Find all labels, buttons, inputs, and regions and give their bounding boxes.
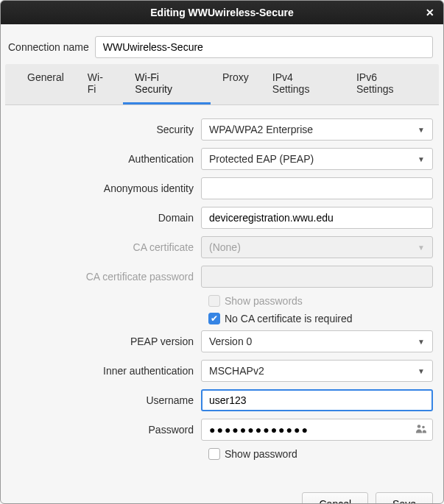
connection-name-input[interactable]	[95, 36, 433, 58]
authentication-label: Authentication	[11, 153, 201, 165]
inner-auth-value: MSCHAPv2	[209, 365, 264, 377]
no-ca-required-row: ✔ No CA certificate is required	[11, 313, 433, 324]
window: Editing WWUwireless-Secure ✕ Connection …	[0, 0, 444, 504]
domain-label: Domain	[11, 212, 201, 224]
close-icon[interactable]: ✕	[426, 7, 434, 18]
tab-wifi-security[interactable]: Wi-Fi Security	[123, 64, 211, 104]
ca-cert-password-input	[201, 266, 433, 288]
form: Security WPA/WPA2 Enterprise ▼ Authentic…	[1, 105, 443, 472]
security-label: Security	[11, 124, 201, 135]
show-password-label: Show password	[225, 448, 297, 460]
tab-proxy[interactable]: Proxy	[211, 64, 261, 104]
svg-point-0	[417, 425, 421, 428]
users-icon[interactable]	[415, 423, 427, 437]
tab-wifi[interactable]: Wi-Fi	[76, 64, 124, 104]
security-select[interactable]: WPA/WPA2 Enterprise ▼	[201, 118, 433, 141]
window-title: Editing WWUwireless-Secure	[150, 7, 293, 18]
button-bar: Cancel Save	[1, 482, 443, 504]
password-input[interactable]	[201, 419, 433, 441]
inner-auth-label: Inner authentication	[11, 365, 201, 377]
ca-cert-value: (None)	[209, 241, 241, 253]
peap-version-label: PEAP version	[11, 336, 201, 347]
anonymous-identity-input[interactable]	[201, 177, 433, 199]
tabbar: General Wi-Fi Wi-Fi Security Proxy IPv4 …	[5, 64, 439, 105]
authentication-select[interactable]: Protected EAP (PEAP) ▼	[201, 148, 433, 170]
titlebar: Editing WWUwireless-Secure ✕	[1, 1, 443, 24]
show-passwords-label: Show passwords	[225, 295, 303, 307]
chevron-down-icon: ▼	[417, 155, 425, 163]
connection-name-label: Connection name	[8, 41, 89, 53]
ca-cert-select: (None) ▼	[201, 236, 433, 258]
tab-ipv4[interactable]: IPv4 Settings	[261, 64, 345, 104]
username-input[interactable]	[201, 389, 433, 411]
inner-auth-select[interactable]: MSCHAPv2 ▼	[201, 360, 433, 382]
tab-general[interactable]: General	[15, 64, 76, 104]
chevron-down-icon: ▼	[417, 126, 425, 134]
cancel-button[interactable]: Cancel	[302, 492, 368, 504]
username-label: Username	[11, 394, 201, 406]
no-ca-required-label: No CA certificate is required	[225, 313, 353, 324]
chevron-down-icon: ▼	[417, 367, 425, 375]
ca-cert-password-label: CA certificate password	[11, 271, 201, 283]
svg-point-1	[422, 426, 425, 429]
security-value: WPA/WPA2 Enterprise	[209, 124, 313, 135]
peap-version-select[interactable]: Version 0 ▼	[201, 330, 433, 352]
domain-input[interactable]	[201, 207, 433, 229]
show-passwords-checkbox	[208, 295, 220, 307]
show-password-row: Show password	[11, 448, 433, 460]
show-passwords-row: Show passwords	[11, 295, 433, 307]
tab-ipv6[interactable]: IPv6 Settings	[345, 64, 429, 104]
chevron-down-icon: ▼	[417, 244, 425, 252]
chevron-down-icon: ▼	[417, 338, 425, 346]
show-password-checkbox[interactable]	[208, 448, 220, 460]
connection-name-row: Connection name	[1, 24, 443, 64]
ca-cert-label: CA certificate	[11, 241, 201, 253]
password-label: Password	[11, 424, 201, 436]
authentication-value: Protected EAP (PEAP)	[209, 153, 314, 165]
anonymous-identity-label: Anonymous identity	[11, 182, 201, 194]
peap-version-value: Version 0	[209, 336, 252, 347]
save-button[interactable]: Save	[376, 492, 433, 504]
no-ca-required-checkbox[interactable]: ✔	[208, 313, 220, 324]
